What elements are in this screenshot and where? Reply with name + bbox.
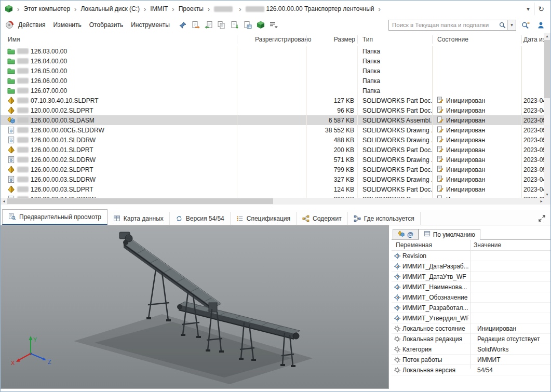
breadcrumb-item[interactable]: 126.00.00.00 Транспортер ленточный [245, 4, 375, 13]
default-config-tab[interactable]: По умолчанию [419, 229, 480, 240]
variable-row[interactable]: ИММИТ_Обозначение [392, 292, 550, 303]
redacted-text [17, 107, 29, 113]
table-row[interactable]: 120.00.00.02.SLDPRT 96 KB SOLIDWORKS Par… [1, 105, 545, 115]
panel-tab[interactable]: Предварительный просмотр [2, 209, 107, 225]
scroll-down-icon[interactable]: ▾ [544, 191, 550, 198]
breadcrumb-item-label: 126.00.00.00 Транспортер ленточный [266, 5, 374, 12]
vault-view-icon[interactable] [256, 20, 266, 30]
breadcrumb-item[interactable]: Проекты [178, 4, 205, 13]
user-icon[interactable] [535, 20, 546, 30]
folder-icon [7, 87, 15, 94]
panel-tab[interactable]: Карта данных [107, 212, 170, 225]
horizontal-scrollbar-thumb[interactable] [7, 198, 273, 204]
name-cell: 07.10.30.40.10.SLDPRT [1, 97, 237, 104]
column-header-type[interactable]: Тип [362, 36, 373, 43]
redacted-text [17, 88, 29, 93]
copy-icon[interactable] [217, 20, 227, 30]
table-row[interactable]: 126.07.00.00 Папка [1, 86, 545, 96]
variable-row[interactable]: ИММИТ_ДатаУтв_WF [392, 272, 550, 282]
column-header-state[interactable]: Состояние [437, 36, 468, 43]
variable-row[interactable]: ИММИТ_Наименова... [392, 282, 550, 292]
table-row[interactable]: 126.00.00.04.SLDDRW 306 KB SOLIDWORKS Dr… [1, 194, 545, 198]
variable-row[interactable]: Поток работы ИММИТ [392, 355, 550, 365]
where-used-tab-icon [354, 215, 361, 222]
menu-item[interactable]: Отобразить [89, 21, 123, 29]
advanced-search-icon[interactable] [520, 20, 531, 30]
variable-row[interactable]: Локальная редакция Редакция отсутствует [392, 334, 550, 344]
search-dropdown-icon[interactable]: ▾ [507, 20, 516, 30]
file-date: 2023-04-2 [521, 97, 545, 104]
horizontal-scrollbar[interactable]: ◂ ▸ [1, 198, 545, 205]
preview-pane[interactable]: Y X Z [1, 225, 389, 389]
file-size: 6 587 KB [307, 117, 357, 124]
panel-tab[interactable]: Спецификация [231, 212, 297, 225]
properties-icon[interactable] [243, 20, 253, 30]
scroll-up-icon[interactable]: ▴ [544, 33, 550, 39]
breadcrumb-dropdown-button[interactable]: ▾ [522, 3, 534, 15]
table-row[interactable]: 126.05.00.00 Папка [1, 66, 545, 76]
variable-row[interactable]: Revision [392, 251, 550, 261]
table-row[interactable]: 126.00.00.01.SLDPRT 200 KB SOLIDWORKS Pa… [1, 145, 545, 155]
table-row[interactable]: 126.00.00.00.SLDASM 6 587 KB SOLIDWORKS … [1, 115, 545, 125]
incline-section [119, 232, 221, 312]
name-cell: 126.03.00.00 [1, 48, 237, 55]
table-row[interactable]: 126.00.00.02.SLDPRT 799 KB SOLIDWORKS Pa… [1, 165, 545, 174]
search-input[interactable] [389, 22, 497, 28]
vertical-scrollbar-thumb[interactable] [544, 40, 550, 98]
checkout-icon[interactable] [191, 20, 201, 30]
breadcrumb-item[interactable] [213, 5, 236, 13]
variable-row[interactable]: Категория SolidWorks [392, 344, 550, 355]
pin-icon[interactable] [178, 20, 189, 30]
file-size: 571 KB [307, 156, 357, 164]
column-header-name[interactable]: Имя [8, 36, 20, 43]
checkin-icon[interactable] [204, 20, 214, 30]
table-row[interactable]: 126.00.00.00СБ.SLDDRW 38 552 KB SOLIDWOR… [1, 125, 545, 135]
file-name: 120.00.00.02.SLDPRT [31, 107, 93, 114]
menu-item[interactable]: Инструменты [131, 21, 170, 29]
file-name: 07.10.30.40.10.SLDPRT [31, 97, 99, 104]
table-row[interactable]: 126.00.00.02.SLDDRW 571 KB SOLIDWORKS Dr… [1, 155, 545, 165]
part-icon [7, 146, 15, 154]
variable-name: ИММИТ_Обозначение [402, 294, 469, 301]
panel-tab[interactable]: Версия 54/54 [170, 212, 231, 225]
get-latest-icon[interactable] [230, 20, 240, 30]
display-options-icon[interactable] [268, 20, 279, 30]
value-column-header: Значение [474, 241, 501, 249]
breadcrumb-separator: › [208, 5, 210, 13]
part-icon [7, 97, 15, 104]
vertical-scrollbar[interactable]: ▴ ▾ [544, 33, 550, 198]
search-icon[interactable] [497, 22, 507, 29]
variable-name: Revision [402, 252, 469, 260]
variable-row[interactable]: Локальная версия 54/54 [392, 365, 550, 375]
table-row[interactable]: 126.00.00.01.SLDDRW 488 KB SOLIDWORKS Dr… [1, 135, 545, 145]
variable-row[interactable]: ИММИТ_Разработал... [392, 303, 550, 313]
variable-row[interactable]: Локальное состояние Инициирован [392, 323, 550, 334]
table-row[interactable]: 07.10.30.40.10.SLDPRT 127 KB SOLIDWORKS … [1, 96, 545, 105]
variable-row[interactable]: ИММИТ_Утвердил_WF [392, 313, 550, 323]
table-row[interactable]: 126.00.00.03.SLDDRW 327 KB SOLIDWORKS Dr… [1, 174, 545, 184]
column-header-size[interactable]: Размер [334, 36, 355, 43]
variable-row[interactable]: ИММИТ_ДатаРазраб... [392, 261, 550, 272]
menu-item[interactable]: Действия [18, 21, 46, 29]
column-header-checked-out[interactable]: Разрегистрировано [255, 36, 312, 43]
file-state: Инициирован [446, 186, 485, 193]
scroll-left-icon[interactable]: ◂ [1, 198, 7, 205]
table-row[interactable]: 126.03.00.00 Папка [1, 46, 545, 56]
file-state: Инициирован [446, 127, 485, 134]
breadcrumb-item[interactable]: IMMIT [149, 4, 169, 13]
menu-item[interactable]: Изменить [53, 21, 82, 29]
refresh-button[interactable]: ↻ [534, 3, 547, 15]
panel-tab[interactable]: Где используется [348, 212, 421, 225]
table-row[interactable]: 126.00.00.03.SLDPRT 124 KB SOLIDWORKS Pa… [1, 184, 545, 194]
breadcrumb-item[interactable]: Этот компьютер [22, 4, 71, 13]
name-cell: 126.07.00.00 [1, 87, 237, 94]
breadcrumb: Этот компьютер›Локальный диск (C:)›IMMIT… [22, 4, 383, 13]
panel-tab[interactable]: Содержит [297, 212, 348, 225]
configuration-tab[interactable]: @ [393, 229, 419, 240]
table-row[interactable]: 126.04.00.00 Папка [1, 56, 545, 66]
breadcrumb-item[interactable]: Локальный диск (C:) [79, 4, 141, 13]
table-row[interactable]: 126.06.00.00 Папка [1, 76, 545, 86]
breadcrumb-item-label: Проекты [179, 5, 204, 12]
drawing-icon [7, 175, 15, 183]
expand-panel-icon[interactable] [536, 213, 547, 223]
